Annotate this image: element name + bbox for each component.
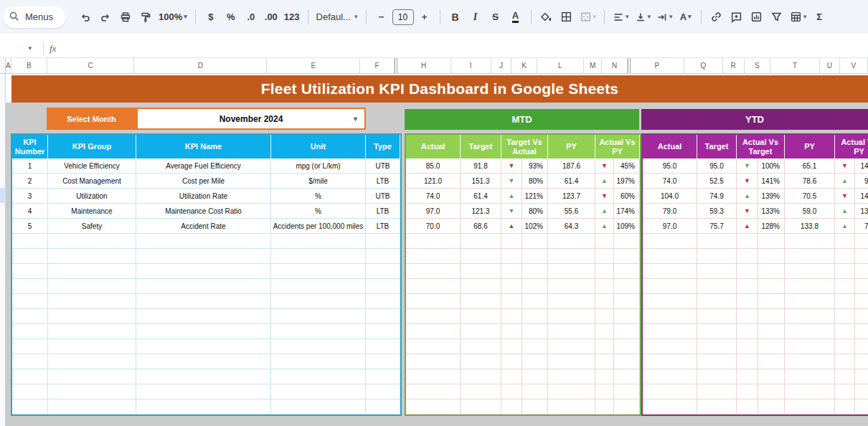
cell[interactable] — [595, 339, 614, 354]
cell[interactable] — [643, 234, 697, 249]
cell[interactable]: $/mile — [271, 174, 366, 189]
cell[interactable]: 59.3 — [697, 204, 737, 219]
cell[interactable] — [835, 234, 855, 249]
cell[interactable] — [697, 309, 737, 324]
cell[interactable] — [855, 264, 868, 279]
cell[interactable]: 133% — [758, 204, 785, 219]
cell[interactable] — [366, 354, 400, 369]
cell[interactable] — [697, 294, 737, 309]
cell[interactable] — [737, 369, 758, 384]
cell[interactable] — [501, 354, 522, 369]
header-cell[interactable]: Target — [461, 135, 501, 158]
cell[interactable] — [548, 354, 595, 369]
cell[interactable] — [12, 399, 48, 415]
cell[interactable] — [835, 384, 855, 399]
cell[interactable] — [855, 279, 868, 294]
cell[interactable] — [406, 279, 461, 294]
cell[interactable]: 128% — [758, 219, 785, 234]
cell[interactable]: 121% — [522, 189, 548, 204]
cell[interactable]: ▼ — [501, 204, 522, 219]
cell[interactable] — [548, 234, 595, 249]
cell[interactable]: ▲ — [835, 204, 855, 219]
cell[interactable] — [835, 279, 855, 294]
cell[interactable] — [406, 249, 461, 264]
cell[interactable]: ▲ — [835, 219, 855, 234]
cell[interactable] — [12, 234, 48, 249]
paint-format-button[interactable] — [136, 7, 155, 27]
text-wrap-button[interactable]: ▾ — [654, 7, 675, 27]
cell[interactable] — [855, 399, 868, 415]
cell[interactable] — [501, 309, 522, 324]
cell[interactable]: ▼ — [501, 174, 522, 189]
cell[interactable] — [136, 369, 271, 384]
cell[interactable] — [855, 369, 868, 384]
cell[interactable]: 3 — [12, 189, 48, 204]
cell[interactable] — [461, 294, 501, 309]
cell[interactable]: ▲ — [501, 189, 522, 204]
cell[interactable]: ▲ — [595, 174, 614, 189]
cell[interactable] — [835, 294, 855, 309]
cell[interactable]: 74.9 — [697, 189, 737, 204]
cell[interactable]: 85.0 — [406, 158, 461, 174]
cell[interactable] — [595, 294, 614, 309]
cell[interactable] — [12, 294, 48, 309]
cell[interactable] — [522, 324, 548, 339]
header-cell[interactable]: KPI Number — [12, 135, 48, 158]
cell[interactable]: Utilization — [48, 189, 136, 204]
cell[interactable] — [697, 384, 737, 399]
cell[interactable] — [501, 369, 522, 384]
column-header-R[interactable]: R — [723, 58, 745, 73]
cell[interactable]: 80% — [522, 174, 548, 189]
cell[interactable]: 80% — [522, 204, 548, 219]
more-formats-button[interactable]: 123 — [282, 7, 302, 27]
cell[interactable] — [737, 294, 758, 309]
name-box[interactable]: ▾ — [0, 45, 37, 52]
cell[interactable]: 5 — [12, 219, 48, 234]
cell[interactable]: ▲ — [737, 219, 758, 234]
fill-color-button[interactable] — [537, 7, 556, 27]
header-cell[interactable]: Target — [697, 135, 737, 158]
cell[interactable]: 123.7 — [548, 189, 595, 204]
cell[interactable] — [136, 249, 271, 264]
cell[interactable] — [406, 354, 461, 369]
insert-link-button[interactable] — [707, 7, 726, 27]
cell[interactable]: 55.6 — [548, 204, 595, 219]
cell[interactable] — [785, 234, 835, 249]
cell[interactable] — [785, 399, 835, 415]
cell[interactable]: % — [271, 189, 366, 204]
cell[interactable] — [737, 354, 758, 369]
cell[interactable] — [643, 294, 697, 309]
cell[interactable] — [595, 399, 614, 415]
text-color-button[interactable]: A — [506, 7, 525, 27]
cell[interactable] — [697, 249, 737, 264]
borders-button[interactable] — [557, 7, 576, 27]
column-header-L[interactable]: L — [537, 58, 584, 73]
cell[interactable] — [522, 399, 548, 415]
cell[interactable] — [737, 339, 758, 354]
cell[interactable]: 61.4 — [461, 189, 501, 204]
cell[interactable]: ▼ — [595, 189, 614, 204]
cell[interactable]: 94% — [855, 174, 868, 189]
cell[interactable] — [758, 399, 785, 415]
cell[interactable]: 174% — [614, 204, 640, 219]
cell[interactable]: 133.8 — [785, 219, 835, 234]
cell[interactable] — [758, 354, 785, 369]
column-header-T[interactable]: T — [770, 58, 820, 73]
cell[interactable] — [522, 354, 548, 369]
cell[interactable] — [785, 249, 835, 264]
zoom-select[interactable]: 100% ▾ — [156, 7, 189, 27]
cell[interactable]: 121.3 — [461, 204, 501, 219]
cell[interactable] — [501, 399, 522, 415]
cell[interactable] — [835, 309, 855, 324]
cell[interactable] — [835, 339, 855, 354]
cell[interactable]: 91.8 — [461, 158, 501, 174]
cell[interactable]: % — [271, 204, 366, 219]
cell[interactable] — [522, 369, 548, 384]
cell[interactable] — [643, 279, 697, 294]
cell[interactable] — [785, 369, 835, 384]
column-header-P[interactable]: P — [631, 58, 684, 73]
decrease-decimal-button[interactable]: .0 — [242, 7, 260, 27]
cell[interactable] — [614, 309, 640, 324]
cell[interactable]: 70.5 — [785, 189, 835, 204]
cell[interactable]: ▼ — [595, 158, 614, 174]
